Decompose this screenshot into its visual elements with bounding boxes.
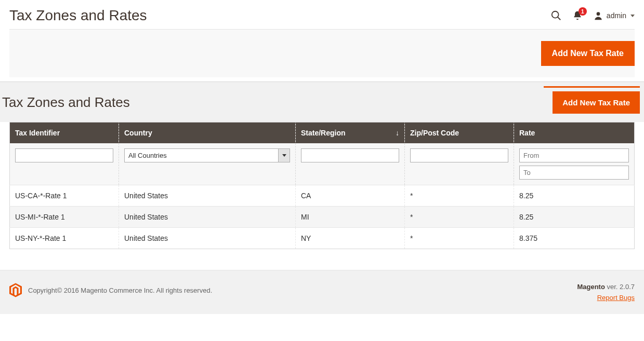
user-icon [593, 10, 603, 21]
cell-state: MI [296, 207, 405, 228]
primary-action-bar: Add New Tax Rate [9, 29, 635, 77]
cell-zip: * [405, 228, 514, 249]
cell-country: United States [119, 228, 296, 249]
tax-rates-table: Tax Identifier Country State/Region↓ Zip… [9, 122, 635, 249]
notification-badge: 1 [579, 7, 587, 16]
sort-arrow-down-icon: ↓ [396, 129, 399, 137]
filter-state-input[interactable] [301, 148, 399, 162]
add-tax-rate-button[interactable]: Add New Tax Rate [541, 41, 635, 66]
chevron-down-icon [630, 15, 635, 17]
table-row[interactable]: US-CA-*-Rate 1 United States CA * 8.25 [10, 185, 635, 207]
filter-zip-input[interactable] [410, 148, 508, 162]
filter-row: All Countries [10, 143, 635, 185]
filter-tax-identifier-input[interactable] [15, 148, 113, 162]
svg-point-0 [552, 11, 559, 18]
col-header-state-region[interactable]: State/Region↓ [296, 122, 405, 144]
report-bugs-link[interactable]: Report Bugs [597, 294, 635, 302]
grid-header-bar: Tax Zones and Rates Add New Tax Rate [0, 88, 644, 122]
grid-title: Tax Zones and Rates [1, 94, 553, 111]
table-row[interactable]: US-MI-*-Rate 1 United States MI * 8.25 [10, 207, 635, 228]
cell-country: United States [119, 207, 296, 228]
col-header-zip[interactable]: Zip/Post Code [405, 122, 514, 144]
cell-tax-identifier: US-NY-*-Rate 1 [10, 228, 119, 249]
cell-tax-identifier: US-CA-*-Rate 1 [10, 185, 119, 207]
cell-rate: 8.25 [514, 207, 635, 228]
table-row[interactable]: US-NY-*-Rate 1 United States NY * 8.375 [10, 228, 635, 249]
username: admin [607, 11, 626, 20]
magento-logo-icon [9, 283, 22, 297]
col-header-rate[interactable]: Rate [514, 122, 635, 144]
version-text: ver. 2.0.7 [605, 283, 635, 291]
filter-rate-from-input[interactable] [519, 148, 629, 162]
brand-name: Magento [577, 283, 604, 291]
cell-tax-identifier: US-MI-*-Rate 1 [10, 207, 119, 228]
copyright-text: Copyright© 2016 Magento Commerce Inc. Al… [28, 287, 212, 294]
filter-rate-to-input[interactable] [519, 166, 629, 180]
cell-rate: 8.25 [514, 185, 635, 207]
search-icon[interactable] [550, 10, 562, 21]
page-footer: Copyright© 2016 Magento Commerce Inc. Al… [0, 270, 644, 314]
cell-state: CA [296, 185, 405, 207]
user-menu[interactable]: admin [593, 10, 635, 21]
page-header: Tax Zones and Rates 1 admin [9, 0, 635, 29]
svg-point-2 [597, 12, 600, 16]
cell-state: NY [296, 228, 405, 249]
notifications-icon[interactable]: 1 [572, 10, 583, 21]
cell-zip: * [405, 185, 514, 207]
add-tax-rate-button-secondary[interactable]: Add New Tax Rate [553, 91, 640, 114]
filter-country-select[interactable]: All Countries [124, 148, 290, 162]
col-header-tax-identifier[interactable]: Tax Identifier [10, 122, 119, 144]
page-title: Tax Zones and Rates [9, 7, 550, 24]
accent-line [0, 82, 644, 88]
cell-zip: * [405, 207, 514, 228]
cell-rate: 8.375 [514, 228, 635, 249]
cell-country: United States [119, 185, 296, 207]
col-header-country[interactable]: Country [119, 122, 296, 144]
svg-line-1 [558, 17, 561, 20]
